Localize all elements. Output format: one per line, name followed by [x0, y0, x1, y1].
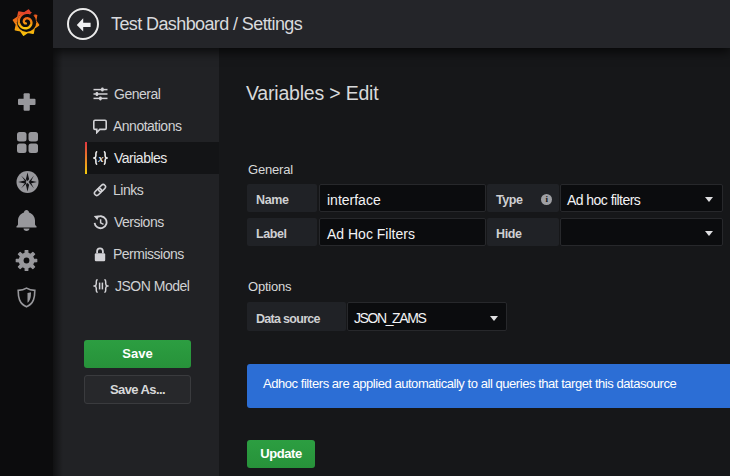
svg-text:x: x — [97, 153, 103, 164]
